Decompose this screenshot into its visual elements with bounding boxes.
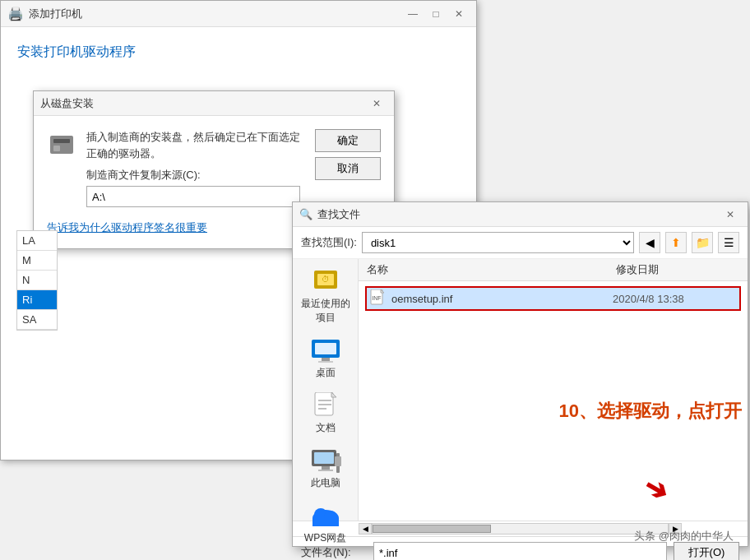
svg-rect-16 (314, 452, 334, 464)
scroll-track (372, 523, 669, 535)
svg-rect-18 (318, 470, 333, 471)
source-row: 制造商文件复制来源(C): (86, 168, 305, 207)
open-button[interactable]: 打开(O) (674, 542, 739, 560)
file-date: 2020/4/8 13:38 (613, 293, 736, 305)
titlebar-left: 🖨️ 添加打印机 (7, 6, 82, 21)
filename-row: 文件名(N): 打开(O) (301, 542, 739, 560)
wps-cloud-icon (309, 503, 342, 530)
search-range-label: 查找范围(I): (301, 235, 357, 250)
svg-marker-11 (331, 392, 336, 397)
source-input[interactable] (86, 186, 300, 207)
add-printer-content: 安装打印机驱动程序 (1, 27, 476, 97)
from-disk-description: 插入制造商的安装盘，然后确定已在下面选定正确的驱动器。 (86, 129, 305, 161)
maximize-button[interactable]: □ (425, 6, 447, 22)
from-disk-title: 从磁盘安装 (40, 96, 94, 111)
find-file-dialog: 🔍 查找文件 ✕ 查找范围(I): disk1 ◀ ⬆ 📁 ☰ ⏱ (292, 201, 748, 547)
filename-label: 文件名(N): (301, 545, 367, 560)
find-main: ⏱ 最近使用的项目 桌面 (293, 259, 748, 521)
dialog-main-row: 插入制造商的安装盘，然后确定已在下面选定正确的驱动器。 制造商文件复制来源(C)… (47, 129, 381, 207)
svg-rect-20 (335, 456, 341, 466)
back-btn[interactable]: ◀ (639, 232, 660, 253)
svg-rect-24 (312, 518, 339, 526)
nav-pc-label: 此电脑 (311, 476, 340, 490)
nav-recent[interactable]: ⏱ 最近使用的项目 (297, 266, 354, 328)
nav-recent-label: 最近使用的项目 (300, 297, 351, 325)
svg-rect-17 (322, 466, 330, 470)
cancel-button[interactable]: 取消 (315, 157, 381, 180)
svg-rect-0 (50, 136, 73, 154)
watermark: 头条 @肉肉的中华人 (634, 529, 734, 544)
file-list-header: 名称 修改日期 (359, 259, 748, 281)
annotation-text: 10、选择驱动，点打开 (559, 399, 742, 423)
document-icon (309, 393, 342, 419)
printer-list-item-la: LA (17, 231, 57, 251)
nav-pc[interactable]: 此电脑 (297, 445, 354, 493)
recent-icon: ⏱ (309, 269, 342, 295)
nav-document[interactable]: 文档 (297, 390, 354, 438)
desktop-icon (309, 338, 342, 364)
find-toolbar: 查找范围(I): disk1 ◀ ⬆ 📁 ☰ (293, 227, 748, 259)
svg-rect-1 (53, 139, 70, 143)
new-folder-btn[interactable]: 📁 (692, 232, 713, 253)
printer-list-item-sa: SA (17, 310, 57, 330)
find-nav: ⏱ 最近使用的项目 桌面 (293, 259, 359, 521)
nav-desktop[interactable]: 桌面 (297, 335, 354, 383)
col-name-header: 名称 (367, 262, 616, 277)
printer-list-area: LA M N Ri SA (16, 230, 58, 331)
file-name: oemsetup.inf (391, 293, 608, 305)
svg-rect-8 (322, 358, 330, 361)
forward-btn[interactable]: ⬆ (665, 232, 687, 253)
printer-list-item-m: M (17, 251, 57, 271)
add-printer-title: 添加打印机 (29, 7, 82, 21)
from-disk-close-btn[interactable]: ✕ (366, 95, 387, 112)
printer-icon: 🖨️ (7, 6, 24, 21)
titlebar-controls: — □ ✕ (402, 6, 470, 22)
file-row[interactable]: INF oemsetup.inf 2020/4/8 13:38 (365, 286, 741, 311)
find-file-list: 名称 修改日期 INF oemsetup.inf 2020/4/8 13:38 (359, 259, 748, 521)
pc-icon (309, 448, 342, 474)
file-type-icon: INF (370, 290, 387, 307)
close-button[interactable]: ✕ (448, 6, 470, 22)
svg-rect-9 (318, 361, 333, 363)
source-label: 制造商文件复制来源(C): (86, 168, 305, 183)
svg-rect-2 (53, 146, 60, 151)
minimize-button[interactable]: — (402, 6, 424, 22)
dialog-buttons: 确定 取消 (315, 129, 381, 180)
disk-icon (47, 129, 76, 159)
printer-list-item-ne: N (17, 271, 57, 290)
scroll-thumb (373, 525, 491, 533)
view-btn[interactable]: ☰ (718, 232, 739, 253)
filename-input[interactable] (373, 542, 667, 560)
search-range-combo[interactable]: disk1 (362, 232, 634, 253)
add-printer-titlebar: 🖨️ 添加打印机 — □ ✕ (1, 1, 476, 27)
printer-list-item-ri: Ri (17, 290, 57, 310)
nav-document-label: 文档 (316, 421, 336, 435)
install-header: 安装打印机驱动程序 (17, 44, 460, 67)
find-file-title: 查找文件 (317, 207, 360, 222)
svg-text:INF: INF (372, 295, 381, 301)
col-date-header: 修改日期 (616, 262, 739, 277)
svg-text:⏱: ⏱ (322, 275, 330, 284)
find-file-icon: 🔍 (299, 208, 312, 220)
svg-rect-10 (315, 392, 333, 415)
ok-button[interactable]: 确定 (315, 129, 381, 152)
from-disk-titlebar: 从磁盘安装 ✕ (34, 91, 394, 116)
scroll-left-btn[interactable]: ◀ (359, 523, 372, 535)
find-file-titlebar: 🔍 查找文件 ✕ (293, 202, 748, 227)
find-file-close-btn[interactable]: ✕ (720, 206, 741, 223)
svg-rect-7 (315, 343, 336, 354)
nav-desktop-label: 桌面 (316, 366, 336, 380)
